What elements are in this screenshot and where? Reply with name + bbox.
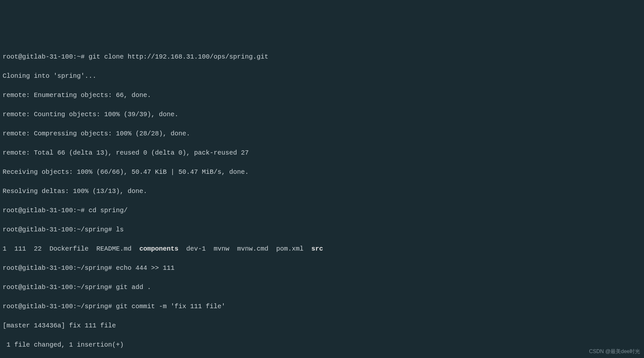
terminal-output[interactable]: root@gitlab-31-100:~# git clone http://1… (3, 42, 641, 358)
prompt: root@gitlab-31-100:~/spring# (3, 264, 116, 272)
command: ls (116, 226, 124, 233)
ls-files: dev-1 mvnw mvnw.cmd pom.xml (178, 245, 311, 253)
command: git add . (116, 283, 151, 291)
command: cd spring/ (89, 207, 128, 214)
terminal-line: root@gitlab-31-100:~# git clone http://1… (3, 52, 641, 62)
ls-directory: components (139, 245, 178, 253)
command: echo 444 >> 111 (116, 264, 175, 272)
command: git clone http://192.168.31.100/ops/spri… (89, 53, 268, 61)
terminal-line: Receiving objects: 100% (66/66), 50.47 K… (3, 167, 641, 177)
terminal-line: root@gitlab-31-100:~/spring# echo 444 >>… (3, 263, 641, 273)
terminal-line: remote: Enumerating objects: 66, done. (3, 90, 641, 100)
command: git commit -m 'fix 111 file' (116, 303, 225, 310)
prompt: root@gitlab-31-100:~/spring# (3, 283, 116, 291)
prompt: root@gitlab-31-100:~# (3, 53, 89, 61)
prompt: root@gitlab-31-100:~# (3, 207, 89, 214)
ls-files: 1 111 22 Dockerfile README.md (3, 245, 139, 253)
terminal-line: Cloning into 'spring'... (3, 71, 641, 81)
watermark: CSDN @最美dee时光 (589, 347, 640, 356)
terminal-line: root@gitlab-31-100:~# cd spring/ (3, 206, 641, 215)
terminal-line: 1 file changed, 1 insertion(+) (3, 340, 641, 350)
terminal-line: root@gitlab-31-100:~/spring# git commit … (3, 302, 641, 311)
prompt: root@gitlab-31-100:~/spring# (3, 226, 116, 233)
terminal-line: root@gitlab-31-100:~/spring# ls (3, 225, 641, 235)
terminal-line: root@gitlab-31-100:~/spring# git add . (3, 282, 641, 292)
ls-directory: src (311, 245, 323, 253)
terminal-line: remote: Compressing objects: 100% (28/28… (3, 129, 641, 139)
terminal-line: Resolving deltas: 100% (13/13), done. (3, 186, 641, 196)
terminal-line: [master 143436a] fix 111 file (3, 321, 641, 331)
prompt: root@gitlab-31-100:~/spring# (3, 303, 116, 310)
terminal-line: remote: Counting objects: 100% (39/39), … (3, 110, 641, 119)
terminal-line: remote: Total 66 (delta 13), reused 0 (d… (3, 148, 641, 158)
ls-output-line: 1 111 22 Dockerfile README.md components… (3, 244, 641, 254)
